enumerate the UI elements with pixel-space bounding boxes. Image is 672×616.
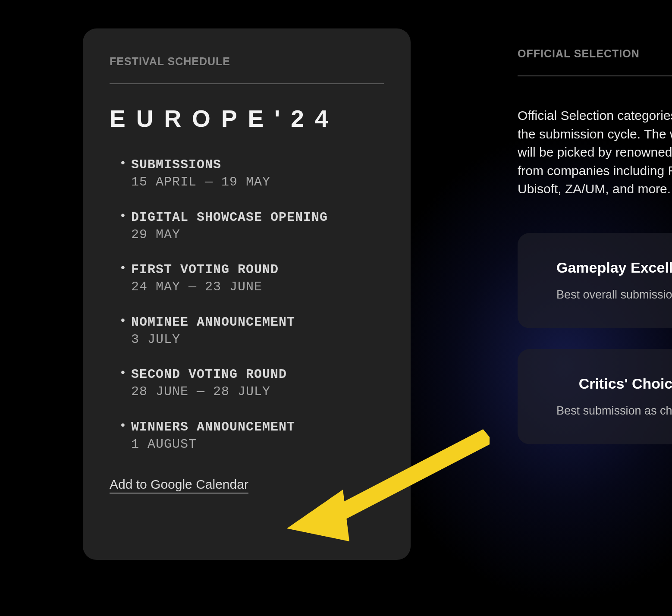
official-selection-section: OFFICIAL SELECTION Official Selection ca… — [518, 47, 672, 465]
schedule-item: SECOND VOTING ROUND 28 JUNE — 28 JULY — [131, 366, 384, 401]
schedule-list: SUBMISSIONS 15 APRIL — 19 MAY DIGITAL SH… — [110, 157, 384, 453]
schedule-item-date: 24 MAY — 23 JUNE — [131, 278, 384, 296]
schedule-item-title: FIRST VOTING ROUND — [131, 261, 384, 278]
award-description: Best submission as chosen by members of … — [556, 403, 672, 418]
schedule-item-date: 3 JULY — [131, 331, 384, 349]
schedule-item-date: 29 MAY — [131, 226, 384, 244]
schedule-item-date: 1 AUGUST — [131, 436, 384, 453]
schedule-item-date: 15 APRIL — 19 MAY — [131, 173, 384, 191]
add-to-calendar-link[interactable]: Add to Google Calendar — [110, 477, 248, 493]
schedule-item: FIRST VOTING ROUND 24 MAY — 23 JUNE — [131, 261, 384, 296]
schedule-divider — [110, 83, 384, 84]
schedule-item-title: NOMINEE ANNOUNCEMENT — [131, 314, 384, 331]
award-description: Best overall submission of the festival — [556, 287, 672, 302]
schedule-title: EUROPE'24 — [110, 105, 384, 132]
schedule-item-date: 28 JUNE — 28 JULY — [131, 383, 384, 401]
award-title: Gameplay Excellence Award — [556, 259, 672, 277]
schedule-item-title: SUBMISSIONS — [131, 157, 384, 173]
selection-divider — [518, 75, 672, 76]
selection-description: Official Selection categories during the… — [518, 107, 672, 198]
schedule-item-title: DIGITAL SHOWCASE OPENING — [131, 209, 384, 226]
award-title: Critics' Choice — [556, 375, 672, 393]
schedule-item-title: WINNERS ANNOUNCEMENT — [131, 419, 384, 436]
schedule-item-title: SECOND VOTING ROUND — [131, 366, 384, 383]
schedule-item: DIGITAL SHOWCASE OPENING 29 MAY — [131, 209, 384, 244]
festival-schedule-card: FESTIVAL SCHEDULE EUROPE'24 SUBMISSIONS … — [83, 28, 411, 560]
selection-header: OFFICIAL SELECTION — [518, 47, 672, 75]
schedule-header: FESTIVAL SCHEDULE — [110, 55, 384, 83]
award-card-gameplay[interactable]: Gameplay Excellence Award Best overall s… — [518, 233, 672, 328]
award-card-critics[interactable]: Critics' Choice Best submission as chose… — [518, 349, 672, 444]
schedule-item: SUBMISSIONS 15 APRIL — 19 MAY — [131, 157, 384, 191]
schedule-item: NOMINEE ANNOUNCEMENT 3 JULY — [131, 314, 384, 349]
schedule-item: WINNERS ANNOUNCEMENT 1 AUGUST — [131, 419, 384, 453]
